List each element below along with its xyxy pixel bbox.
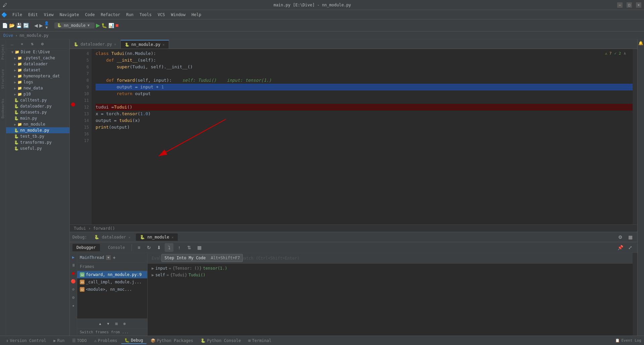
tab-close-dataloader[interactable]: ✕ xyxy=(114,42,116,47)
debugger-subtab[interactable]: Debugger xyxy=(72,244,100,251)
tree-item-dataloader[interactable]: ▶ 📁 dataloader xyxy=(6,61,69,67)
debug-star[interactable]: ★ xyxy=(71,302,75,308)
frame-item-module[interactable]: 🗂 <module>, nn_moc... xyxy=(77,286,147,293)
debug-evaluate[interactable]: ▦ xyxy=(195,243,204,252)
tab-close-nn-module[interactable]: ✕ xyxy=(162,43,165,47)
event-log-label[interactable]: Event Log xyxy=(621,338,641,343)
bottom-tab-problems[interactable]: ⚠ Problems xyxy=(91,338,120,344)
var-expand-self[interactable]: ▶ xyxy=(152,273,154,277)
save-button[interactable]: 💾 xyxy=(16,21,22,30)
debug-close-dataloader[interactable]: ✕ xyxy=(128,235,130,239)
breadcrumb-file[interactable]: nn_module.py xyxy=(19,33,49,38)
thread-add[interactable]: + xyxy=(113,255,115,260)
bottom-tab-terminal[interactable]: ⊞ Terminal xyxy=(245,338,275,344)
tree-item-calltest[interactable]: 🐍 calltest.py xyxy=(6,97,69,103)
console-subtab[interactable]: Console xyxy=(104,244,129,251)
menu-refactor[interactable]: Refactor xyxy=(98,12,123,18)
bottom-tab-python-packages[interactable]: 📦 Python Packages xyxy=(147,338,197,344)
coverage-button[interactable]: 📊 xyxy=(108,21,114,30)
debug-restore-layout[interactable]: ≡ xyxy=(135,243,143,252)
menu-window[interactable]: Window xyxy=(168,12,188,18)
maximize-button[interactable]: □ xyxy=(627,2,632,8)
menu-tools[interactable]: Tools xyxy=(137,12,154,18)
forward-button[interactable]: ▶ xyxy=(39,21,43,30)
debug-settings-btn[interactable]: ⚙ xyxy=(616,233,625,242)
debug-step-into[interactable]: ⬇ xyxy=(155,243,163,252)
tree-item-transforms[interactable]: 🐍 transforms.py xyxy=(6,139,69,145)
editor-scrollbar[interactable] xyxy=(633,49,637,224)
debug-mute-breakpoints[interactable]: ⊘ xyxy=(71,286,75,292)
tree-collapse[interactable]: ≡ xyxy=(17,40,27,49)
debug-button[interactable]: 🐛 xyxy=(101,21,107,30)
tree-item-dataloader-py[interactable]: 🐍 dataloader.py xyxy=(6,103,69,109)
new-button[interactable]: 📄 xyxy=(2,21,8,30)
debug-pause-icon[interactable]: ⏸ xyxy=(71,262,76,268)
code-editor[interactable]: 4 5 6 7 8 9 10 11 12 13 14 15 16 17 ⚠ 7 … xyxy=(70,49,637,224)
tree-item-new-data[interactable]: ▶ 📁 new_data xyxy=(6,85,69,91)
open-button[interactable]: 📂 xyxy=(9,21,15,30)
back-button[interactable]: ◀ xyxy=(34,21,38,30)
tree-item-nn-module-folder[interactable]: ▶ 📁 nn_module xyxy=(6,121,69,127)
menu-run[interactable]: Run xyxy=(123,12,136,18)
frames-copy[interactable]: ⊞ xyxy=(113,320,120,327)
tree-item-hymenoptera[interactable]: ▶ 📁 hymenoptera_dat xyxy=(6,73,69,79)
tree-item-useful[interactable]: 🐍 useful.py xyxy=(6,145,69,151)
debug-view-breakpoints[interactable]: 🔴 xyxy=(70,278,76,284)
tree-config[interactable]: ⚙ xyxy=(38,40,47,49)
menu-view[interactable]: View xyxy=(41,12,56,18)
debug-resume-icon[interactable]: ▶ xyxy=(71,254,75,260)
run-button[interactable]: ▶ xyxy=(96,21,100,30)
frames-scroll-up[interactable]: ▲ xyxy=(97,320,104,327)
frame-item-call-impl[interactable]: 🗂 _call_impl, module.j... xyxy=(77,278,147,286)
debug-gear[interactable]: ⚙ xyxy=(71,294,75,300)
tree-item-nn-module-py[interactable]: 🐍 nn_module.py xyxy=(6,127,69,133)
debug-tab-dataloader[interactable]: 🐍 dataloader ✕ xyxy=(90,233,135,241)
close-button[interactable]: ✕ xyxy=(636,2,641,8)
frame-item-forward[interactable]: 🗂 forward, nn_module.py:9 xyxy=(77,271,147,278)
menu-edit[interactable]: Edit xyxy=(25,12,41,18)
debug-layout-btn[interactable]: ▦ xyxy=(626,233,635,242)
bookmarks-tab[interactable]: Bookmarks xyxy=(0,97,6,120)
debug-tab-nn-module[interactable]: 🐍 nn_module ✕ xyxy=(136,233,178,241)
debug-expand[interactable]: ⤢ xyxy=(626,243,635,252)
menu-navigate[interactable]: Navigate xyxy=(57,12,82,18)
menu-code[interactable]: Code xyxy=(83,12,98,18)
run-configuration[interactable]: 🐍 nn_module ▼ xyxy=(54,22,95,28)
step-into-my-code-button[interactable]: ⤵ xyxy=(165,243,173,252)
tree-sort[interactable]: ⇅ xyxy=(28,40,37,49)
tree-item-logs[interactable]: ▶ 📁 logs xyxy=(6,79,69,85)
thread-dropdown[interactable]: ▼ xyxy=(106,255,111,260)
bottom-tab-debug[interactable]: 🐛 Debug xyxy=(121,337,146,344)
menu-help[interactable]: Help xyxy=(189,12,204,18)
menu-file[interactable]: File xyxy=(10,12,25,18)
debug-pin[interactable]: 📌 xyxy=(616,243,625,252)
tree-item-dataset[interactable]: ▶ 📁 dataset xyxy=(6,67,69,73)
menu-vcs[interactable]: VCS xyxy=(155,12,168,18)
run-config-dropdown[interactable]: 👤▼ xyxy=(44,21,49,30)
debug-stop-icon[interactable]: ■ xyxy=(71,270,75,276)
tree-item-p10[interactable]: ▶ 📁 p10 xyxy=(6,91,69,97)
tree-item-test-tb[interactable]: 🐍 test_tb.py xyxy=(6,133,69,139)
project-tab[interactable]: Project xyxy=(0,43,6,61)
bottom-tab-python-console[interactable]: 🐍 Python Console xyxy=(197,338,244,344)
tree-item-main[interactable]: 🐍 main.py xyxy=(6,115,69,121)
frames-export[interactable]: ⊕ xyxy=(121,320,128,327)
debug-run-to-cursor[interactable]: ⇅ xyxy=(185,243,194,252)
right-icon-notification[interactable]: 🔔 xyxy=(638,41,643,46)
frames-scroll-down[interactable]: ▼ xyxy=(105,320,112,327)
bottom-tab-todo[interactable]: ☰ TODO xyxy=(69,338,90,344)
structure-tab[interactable]: Structure xyxy=(0,68,6,90)
debug-close-nn-module[interactable]: ✕ xyxy=(172,235,174,239)
bottom-tab-run[interactable]: ▶ Run xyxy=(50,338,68,344)
minimize-button[interactable]: – xyxy=(617,2,623,8)
stop-button[interactable]: ■ xyxy=(115,21,119,30)
tree-settings[interactable]: ... xyxy=(7,40,17,49)
tree-root[interactable]: ▼ 📁 Dive E:\Dive xyxy=(6,49,69,55)
tree-item-datasets[interactable]: 🐍 datasets.py xyxy=(6,109,69,115)
code-content[interactable]: ⚠ 7 ✓ 2 ∧ class Tudui(nn.Module): def __… xyxy=(92,49,633,224)
tab-nn-module[interactable]: 🐍 nn_module.py ✕ xyxy=(121,40,169,49)
tab-dataloader[interactable]: 🐍 dataloader.py ✕ xyxy=(70,40,121,49)
event-log-icon[interactable]: 📋 xyxy=(615,338,620,343)
debug-step-out[interactable]: ↑ xyxy=(175,243,183,252)
tree-item-pytest-cache[interactable]: ▶ 📁 .pytest_cache xyxy=(6,55,69,61)
